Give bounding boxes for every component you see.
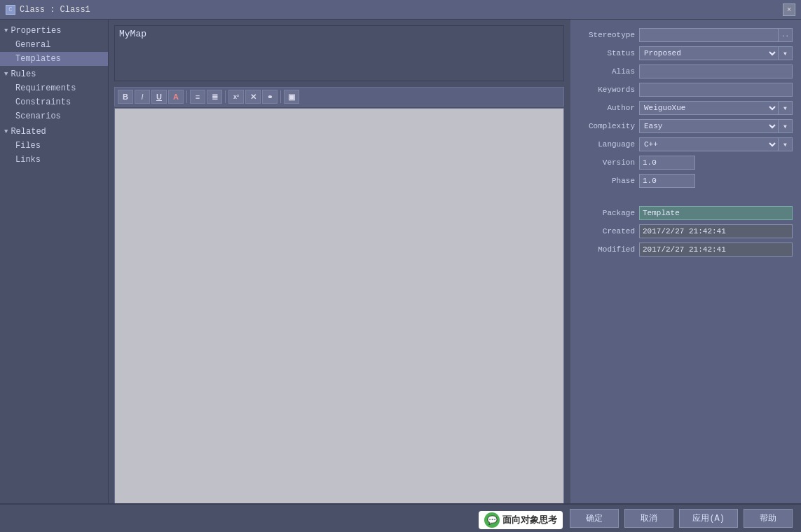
properties-triangle: ▼ [4, 27, 8, 34]
italic-button[interactable]: I [135, 90, 150, 104]
version-input[interactable] [639, 156, 695, 170]
author-label: Author [579, 104, 635, 112]
status-label: Status [579, 49, 635, 57]
delete-button[interactable]: ✕ [245, 90, 261, 104]
sidebar: ▼ Properties General Templates ▼ Rules R… [0, 20, 109, 532]
properties-label: Properties [11, 26, 61, 36]
bottom-bar-container: 💬 面向对象思考 确定 取消 应用(A) 帮助 [0, 503, 801, 532]
related-label: Related [11, 127, 46, 137]
stereotype-browse-button[interactable]: .. [779, 28, 793, 42]
link-button[interactable]: ⚭ [262, 90, 278, 104]
editor-area[interactable] [114, 108, 564, 526]
language-label: Language [579, 140, 635, 149]
alias-row: Alias [579, 64, 793, 79]
status-row: Status Proposed Approved Draft ▼ [579, 46, 793, 60]
complexity-select[interactable]: Easy Medium Hard [639, 119, 779, 133]
package-input[interactable] [639, 206, 793, 220]
window-icon: C [6, 5, 15, 15]
modified-row: Modified [579, 243, 793, 257]
rules-group: ▼ Rules Requirements Constraints Scenari… [0, 67, 108, 123]
toolbar-sep-1 [186, 90, 187, 103]
phase-row: Phase [579, 174, 793, 188]
properties-group: ▼ Properties General Templates [0, 24, 108, 66]
ok-button[interactable]: 确定 [570, 509, 619, 528]
language-select[interactable]: C++ Java Python [639, 137, 779, 151]
color-button[interactable]: A [168, 90, 184, 104]
bottom-bar: 💬 面向对象思考 确定 取消 应用(A) 帮助 [0, 503, 801, 532]
watermark-text: 面向对象思考 [502, 514, 557, 526]
superscript-button[interactable]: x² [228, 90, 244, 104]
cancel-button[interactable]: 取消 [624, 509, 673, 528]
sidebar-item-links[interactable]: Links [0, 153, 108, 167]
ordered-list-button[interactable]: ≣ [207, 90, 222, 104]
version-label: Version [579, 158, 635, 167]
rules-triangle: ▼ [4, 71, 8, 78]
language-arrow[interactable]: ▼ [779, 137, 793, 151]
stereotype-input[interactable] [639, 28, 779, 42]
rules-label: Rules [11, 69, 36, 79]
window-title: Class : Class1 [20, 5, 90, 15]
phase-input[interactable] [639, 174, 695, 188]
stereotype-field-wrap: .. [639, 28, 793, 42]
author-arrow[interactable]: ▼ [779, 101, 793, 115]
toolbar-sep-2 [225, 90, 226, 103]
keywords-input[interactable] [639, 83, 793, 97]
phase-label: Phase [579, 177, 635, 185]
sidebar-item-general[interactable]: General [0, 38, 108, 52]
package-label: Package [579, 209, 635, 217]
alias-input[interactable] [639, 64, 793, 79]
title-bar: C Class : Class1 × [0, 0, 801, 20]
stereotype-label: Stereotype [579, 31, 635, 39]
left-content: B I U A ≡ ≣ x² ✕ ⚭ ▣ [109, 20, 570, 532]
image-button[interactable]: ▣ [284, 90, 299, 104]
alias-label: Alias [579, 67, 635, 76]
author-row: Author WeiguoXue Admin ▼ [579, 101, 793, 115]
package-row: Package [579, 206, 793, 220]
status-field-wrap: Proposed Approved Draft ▼ [639, 46, 793, 60]
modified-input[interactable] [639, 243, 793, 257]
language-field-wrap: C++ Java Python ▼ [639, 137, 793, 151]
status-select[interactable]: Proposed Approved Draft [639, 46, 779, 60]
created-label: Created [579, 227, 635, 236]
complexity-label: Complexity [579, 122, 635, 130]
version-row: Version [579, 156, 793, 170]
watermark: 💬 面向对象思考 [479, 511, 563, 529]
sidebar-item-requirements[interactable]: Requirements [0, 81, 108, 95]
toolbar-sep-3 [280, 90, 281, 103]
author-field-wrap: WeiguoXue Admin ▼ [639, 101, 793, 115]
complexity-row: Complexity Easy Medium Hard ▼ [579, 119, 793, 133]
related-group-header[interactable]: ▼ Related [0, 125, 108, 139]
language-row: Language C++ Java Python ▼ [579, 137, 793, 151]
unordered-list-button[interactable]: ≡ [190, 90, 205, 104]
sidebar-item-templates[interactable]: Templates [0, 52, 108, 66]
sidebar-item-constraints[interactable]: Constraints [0, 95, 108, 109]
close-button[interactable]: × [783, 4, 795, 16]
sidebar-item-files[interactable]: Files [0, 139, 108, 153]
rules-group-header[interactable]: ▼ Rules [0, 67, 108, 81]
stereotype-row: Stereotype .. [579, 28, 793, 42]
modified-label: Modified [579, 245, 635, 254]
complexity-arrow[interactable]: ▼ [779, 119, 793, 133]
sidebar-item-scenarios[interactable]: Scenarios [0, 109, 108, 123]
status-arrow[interactable]: ▼ [779, 46, 793, 60]
related-triangle: ▼ [4, 128, 8, 135]
right-fields: Stereotype .. Status Proposed Approved D… [570, 20, 801, 514]
created-input[interactable] [639, 224, 793, 238]
complexity-field-wrap: Easy Medium Hard ▼ [639, 119, 793, 133]
related-group: ▼ Related Files Links [0, 125, 108, 167]
keywords-label: Keywords [579, 86, 635, 94]
name-input[interactable] [114, 25, 564, 81]
watermark-icon: 💬 [484, 512, 500, 528]
author-select[interactable]: WeiguoXue Admin [639, 101, 779, 115]
properties-group-header[interactable]: ▼ Properties [0, 24, 108, 38]
right-panel: Stereotype .. Status Proposed Approved D… [570, 20, 801, 532]
help-button[interactable]: 帮助 [744, 509, 793, 528]
bold-button[interactable]: B [118, 90, 133, 104]
apply-button[interactable]: 应用(A) [679, 509, 738, 528]
editor-toolbar: B I U A ≡ ≣ x² ✕ ⚭ ▣ [114, 87, 564, 107]
keywords-row: Keywords [579, 83, 793, 97]
underline-button[interactable]: U [151, 90, 167, 104]
created-row: Created [579, 224, 793, 238]
